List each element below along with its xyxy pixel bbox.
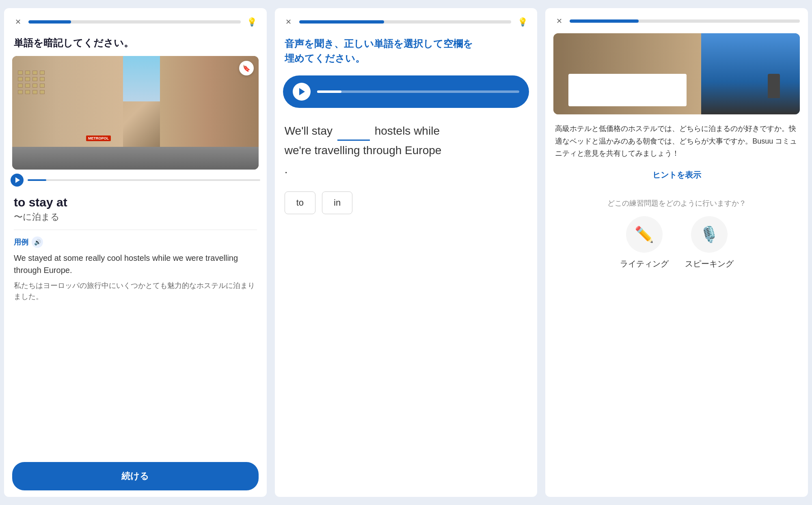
panel1-play-button[interactable] xyxy=(11,174,24,187)
speaking-label: スピーキング xyxy=(685,258,734,269)
panel2-play-button[interactable] xyxy=(293,83,311,101)
example-section: 用例 🔊 We stayed at some really cool hoste… xyxy=(4,236,267,302)
panel1-vocab-image: METROPOL 🔖 xyxy=(12,56,259,170)
continue-button[interactable]: 続ける xyxy=(12,462,259,490)
panel1-instruction: 単語を暗記してください。 xyxy=(4,28,267,56)
hotel-bed xyxy=(568,74,687,106)
windows-left xyxy=(18,71,45,94)
hint-link[interactable]: ヒントを表示 xyxy=(555,166,798,184)
vocab-reading: 〜に泊まる xyxy=(4,211,267,230)
panel-listening: ✕ 💡 音声を聞き、正しい単語を選択して空欄を埋めてください。 We'll st… xyxy=(275,8,538,497)
panel1-audio-progress xyxy=(28,179,260,181)
panel2-instruction-text: 音声を聞き、正しい単語を選択して空欄を埋めてください。 xyxy=(285,38,473,64)
panel1-header: ✕ 💡 xyxy=(4,8,267,28)
panel3-section-label: どこの練習問題をどのように行いますか？ xyxy=(545,192,808,216)
word-choice-to[interactable]: to xyxy=(285,191,315,214)
panel3-description: 高級ホテルと低価格のホステルでは、どちらに泊まるのが好きですか。快適なベッドと温… xyxy=(555,122,798,160)
panel2-hint-button[interactable]: 💡 xyxy=(516,15,529,28)
example-label-row: 用例 🔊 xyxy=(14,236,257,248)
panel-vocabulary: ✕ 💡 単語を暗記してください。 METROPOL 🔖 xyxy=(4,8,267,497)
vocab-word: to stay at xyxy=(4,191,267,211)
panel3-progress-fill xyxy=(570,19,639,23)
panel2-instruction: 音声を聞き、正しい単語を選択して空欄を埋めてください。 xyxy=(275,28,538,75)
spacer2 xyxy=(275,214,538,497)
word-choice-in[interactable]: in xyxy=(322,191,352,214)
panel3-close-button[interactable]: ✕ xyxy=(553,15,565,27)
paris-scene: METROPOL xyxy=(12,56,259,170)
spacer xyxy=(4,302,267,456)
panel3-progress-bar xyxy=(570,19,800,23)
example-label-text: 用例 xyxy=(14,237,28,247)
writing-icon: ✏️ xyxy=(626,216,663,253)
speaker-button[interactable]: 🔊 xyxy=(32,236,43,248)
panel2-audio-progress xyxy=(317,90,520,93)
person-figure xyxy=(768,74,780,98)
panel2-audio-player xyxy=(283,75,529,108)
exercise-writing[interactable]: ✏️ ライティング xyxy=(620,216,669,269)
panel1-audio-bar xyxy=(4,170,267,191)
exercise-speaking[interactable]: 🎙️ スピーキング xyxy=(685,216,734,269)
panel1-progress-fill xyxy=(28,20,71,24)
panel1-audio-fill xyxy=(28,179,46,181)
panel2-audio-fill xyxy=(317,90,341,93)
panel2-progress-bar xyxy=(299,20,512,24)
panel1-progress-bar xyxy=(28,20,241,24)
panel2-header: ✕ 💡 xyxy=(275,8,538,28)
sentence-area: We'll stay hostels whilewe're travelling… xyxy=(275,120,538,191)
panel1-hint-button[interactable]: 💡 xyxy=(246,15,259,28)
word-choices: to in xyxy=(275,191,538,214)
street xyxy=(12,147,259,170)
example-japanese: 私たちはヨーロッパの旅行中にいくつかとても魅力的なホステルに泊まりました。 xyxy=(14,280,257,302)
example-english: We stayed at some really cool hostels wh… xyxy=(14,252,257,276)
sentence-blank xyxy=(337,120,370,141)
speaking-icon: 🎙️ xyxy=(691,216,728,253)
panel1-close-button[interactable]: ✕ xyxy=(12,16,24,28)
panel-community: ✕ 高級ホテルと低価格のホステルでは、どちらに泊まるのが好きですか。快適なベッド… xyxy=(545,8,808,497)
hotel-room xyxy=(553,33,701,114)
panel3-header: ✕ xyxy=(545,8,808,27)
sentence-pre: We'll stay xyxy=(285,125,333,137)
bookmark-button[interactable]: 🔖 xyxy=(239,61,254,75)
panel2-close-button[interactable]: ✕ xyxy=(283,16,294,28)
divider xyxy=(14,230,257,230)
panel3-hotel-image xyxy=(553,33,800,114)
writing-label: ライティング xyxy=(620,258,669,269)
panel3-body: 高級ホテルと低価格のホステルでは、どちらに泊まるのが好きですか。快適なベッドと温… xyxy=(545,114,808,192)
spacer3 xyxy=(545,269,808,497)
exercise-options: ✏️ ライティング 🎙️ スピーキング xyxy=(545,216,808,269)
panel2-progress-fill xyxy=(299,20,384,24)
hotel-exterior xyxy=(701,33,800,114)
metro-sign: METROPOL xyxy=(86,135,111,141)
